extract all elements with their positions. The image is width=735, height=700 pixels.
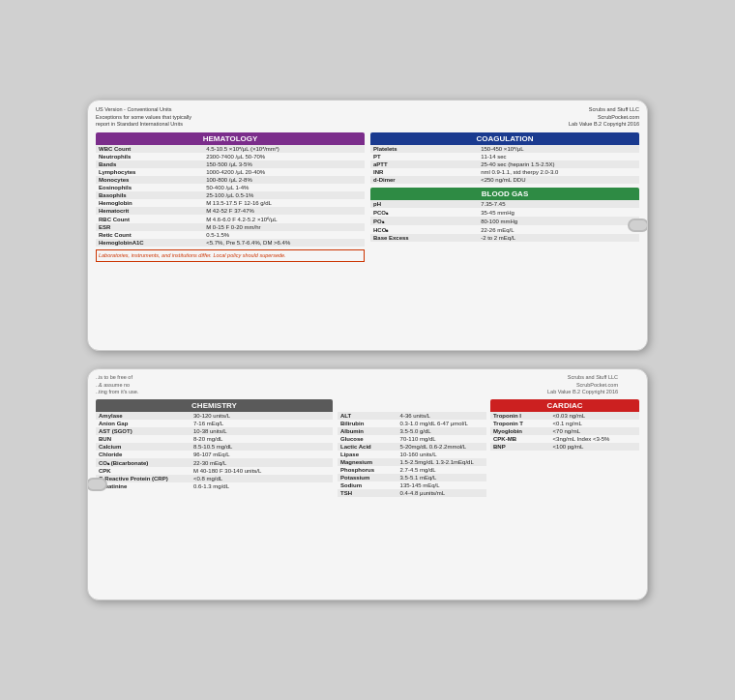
cell-label: RBC Count <box>96 215 203 223</box>
cell-value: 25-100 /μL 0.5-1% <box>203 191 365 199</box>
hematology-table: WBC Count4.5-10.5 ×10³/μL (×10³/mm³)Neut… <box>96 145 365 247</box>
cell-label: CPK-MB <box>490 435 550 443</box>
cell-label: Troponin I <box>490 412 550 420</box>
cell-value: -2 to 2 mEq/L <box>478 234 639 242</box>
cell-label: aPTT <box>370 160 478 168</box>
table-row: pH7.35-7.45 <box>370 200 639 208</box>
right-back-top: CHEMISTRY ALT4-36 units/LBilirubin0.3-1.… <box>338 399 639 497</box>
cards-container: US Version - Conventional Units Exceptio… <box>87 100 648 600</box>
cell-label: BNP <box>490 443 550 451</box>
back-card: ..is to be free of ..& assume no ..ting … <box>87 368 648 600</box>
cell-label: Retic Count <box>96 231 203 239</box>
table-row: CPK-MB<3ng/mL Index <3-5% <box>490 435 639 443</box>
front-top-right: Scrubs and Stuff LLC ScrubPocket.com Lab… <box>569 106 639 129</box>
cell-value: 35-45 mmHg <box>478 208 639 217</box>
cell-label: Troponin T <box>490 420 550 427</box>
cell-label: Potassium <box>338 474 397 481</box>
cell-value: 30-120 units/L <box>191 412 333 420</box>
table-row: Chloride96-107 mEq/L <box>96 451 333 458</box>
cell-value: 1000-4200 /μL 20-40% <box>203 168 365 176</box>
table-row: TSH0.4-4.8 μunits/mL <box>338 489 486 497</box>
cell-label: Hematocrit <box>96 207 203 215</box>
cell-label: Lipase <box>338 451 397 458</box>
chemistry-header: CHEMISTRY <box>96 399 333 412</box>
cell-value: <0.8 mg/dL <box>191 475 333 482</box>
cell-label: Albumin <box>338 427 397 435</box>
table-row: Potassium3.5-5.1 mEq/L <box>338 474 486 481</box>
cell-value: 3.5-5.0 g/dL <box>397 427 486 435</box>
cell-label: AST (SGOT) <box>96 427 191 435</box>
cell-value: M 40-180 F 30-140 units/L <box>191 467 333 475</box>
cell-value: 8-20 mg/dL <box>191 435 333 443</box>
table-row: HCO₃22-26 mEq/L <box>370 225 639 234</box>
cell-label: WBC Count <box>96 145 203 153</box>
table-row: Basophils25-100 /μL 0.5-1% <box>96 191 365 199</box>
table-row: PCO₂35-45 mmHg <box>370 208 639 217</box>
cell-value: 0.5-1.5% <box>203 231 365 239</box>
cell-label: Neutrophils <box>96 153 203 160</box>
cell-label: INR <box>370 168 478 176</box>
table-row: Eosinophils50-400 /μL 1-4% <box>96 184 365 191</box>
table-row: HemoglobinA1C<5.7%, Pre 5.7-6.4%, DM >6.… <box>96 239 365 247</box>
cell-value: 10-160 units/L <box>397 451 486 458</box>
cell-label: Myoglobin <box>490 427 550 435</box>
cell-label: PCO₂ <box>370 208 478 217</box>
cell-label: Phosphorus <box>338 466 397 474</box>
cell-label: Lymphocytes <box>96 168 203 176</box>
cell-label: Base Excess <box>370 234 478 242</box>
cell-value: 70-110 mg/dL <box>397 435 486 443</box>
blood-gas-header: BLOOD GAS <box>370 188 639 200</box>
chemistry2-table: ALT4-36 units/LBilirubin0.3-1.0 mg/dL 6-… <box>338 412 486 497</box>
cell-value: 4-36 units/L <box>397 412 486 420</box>
blood-gas-table: pH7.35-7.45PCO₂35-45 mmHgPO₂80-100 mmHgH… <box>370 200 639 242</box>
cell-value: 150-500 /μL 3-5% <box>203 160 365 168</box>
back-top-info: ..is to be free of ..& assume no ..ting … <box>88 369 647 399</box>
table-row: Phosphorus2.7-4.5 mg/dL <box>338 466 486 474</box>
cell-label: Eosinophils <box>96 184 203 191</box>
right-back-section: CHEMISTRY ALT4-36 units/LBilirubin0.3-1.… <box>338 399 639 497</box>
cell-value: <0.03 ng/mL <box>550 412 639 420</box>
cell-value: 25-40 sec (heparin 1.5-2.5X) <box>478 160 639 168</box>
cell-label: Hemoglobin <box>96 199 203 207</box>
cell-label: Lactic Acid <box>338 443 397 451</box>
cell-value: <100 pg/mL <box>550 443 639 451</box>
cell-label: HemoglobinA1C <box>96 239 203 247</box>
cell-value: 1.5-2.5mg/dL 1.3-2.1mEq/dL <box>397 458 486 466</box>
table-row: d-Dimer<250 ng/mL DDU <box>370 176 639 184</box>
table-row: Platelets150-450 ×10³/μL <box>370 145 639 153</box>
cell-label: BUN <box>96 435 191 443</box>
footnote: Laboratories, instruments, and instituti… <box>96 249 365 262</box>
chemistry-section: CHEMISTRY Amylase30-120 units/LAnion Gap… <box>96 399 333 497</box>
cell-value: M 0-15 F 0-20 mm/hr <box>203 223 365 231</box>
cell-value: <5.7%, Pre 5.7-6.4%, DM >6.4% <box>203 239 365 247</box>
cell-value: 11-14 sec <box>478 153 639 160</box>
table-row: INRnml 0.9-1.1, std therpy 2.0-3.0 <box>370 168 639 176</box>
table-row: Monocytes100-800 /μL 2-8% <box>96 176 365 184</box>
chemistry-table: Amylase30-120 units/LAnion Gap7-16 mEq/L… <box>96 412 333 490</box>
table-row: CPKM 40-180 F 30-140 units/L <box>96 467 333 475</box>
card-hole-back <box>87 478 107 491</box>
cell-value: 22-30 mEq/L <box>191 458 333 467</box>
table-row: Amylase30-120 units/L <box>96 412 333 420</box>
table-row: Albumin3.5-5.0 g/dL <box>338 427 486 435</box>
table-row: Neutrophils2300-7400 /μL 50-70% <box>96 153 365 160</box>
cell-value: 10-38 units/L <box>191 427 333 435</box>
cell-label: Platelets <box>370 145 478 153</box>
cell-value: M 42-52 F 37-47% <box>203 207 365 215</box>
table-row: Calcium8.5-10.5 mg/dL <box>96 443 333 451</box>
cell-label: ALT <box>338 412 397 420</box>
table-row: Magnesium1.5-2.5mg/dL 1.3-2.1mEq/dL <box>338 458 486 466</box>
cell-value: <0.1 ng/mL <box>550 420 639 427</box>
cell-value: M 4.6-6.0 F 4.2-5.2 ×10⁶/μL <box>203 215 365 223</box>
table-row: Sodium135-145 mEq/L <box>338 481 486 489</box>
cell-value: 50-400 /μL 1-4% <box>203 184 365 191</box>
table-row: Lymphocytes1000-4200 /μL 20-40% <box>96 168 365 176</box>
cell-label: Sodium <box>338 481 397 489</box>
cell-value: 80-100 mmHg <box>478 217 639 225</box>
table-row: HematocritM 42-52 F 37-47% <box>96 207 365 215</box>
cell-label: Amylase <box>96 412 191 420</box>
table-row: BNP<100 pg/mL <box>490 443 639 451</box>
cell-value: 2.7-4.5 mg/dL <box>397 466 486 474</box>
card-hole-front <box>628 219 648 232</box>
cell-label: ESR <box>96 223 203 231</box>
